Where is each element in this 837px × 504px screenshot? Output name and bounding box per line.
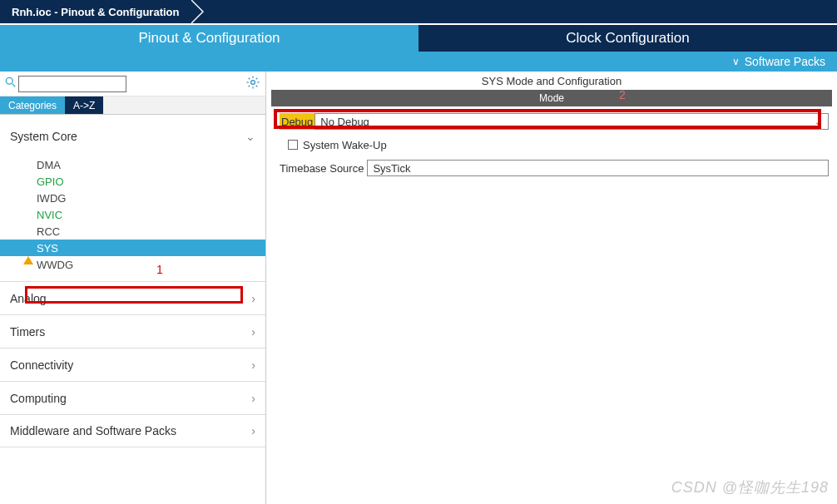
breadcrumb-item[interactable]: Rnh.ioc - Pinout & Configuration: [0, 0, 191, 23]
warning-icon: [23, 244, 33, 252]
svg-point-0: [6, 77, 12, 84]
search-icon[interactable]: [5, 77, 17, 91]
timebase-select[interactable]: SysTick: [367, 160, 829, 176]
tab-clock-label: Clock Configuration: [566, 30, 689, 47]
group-middleware[interactable]: Middleware and Software Packs ›: [0, 414, 265, 447]
search-row: [0, 72, 265, 96]
timebase-label: Timebase Source: [280, 162, 364, 175]
tree-item-rcc[interactable]: RCC: [0, 223, 265, 240]
svg-point-2: [251, 80, 255, 84]
group-analog[interactable]: Analog ›: [0, 281, 265, 314]
wakeup-label: System Wake-Up: [303, 139, 387, 151]
timebase-row: Timebase Source SysTick: [280, 158, 829, 178]
tree-item-gpio[interactable]: GPIO: [0, 173, 265, 190]
tab-a-to-z[interactable]: A->Z: [65, 96, 103, 114]
chevron-right-icon: ›: [251, 358, 255, 372]
group-middleware-label: Middleware and Software Packs: [10, 424, 176, 437]
annotation-marker-1: 1: [156, 263, 163, 276]
annotation-marker-2: 2: [619, 88, 626, 101]
breadcrumb-bar: Rnh.ioc - Pinout & Configuration: [0, 0, 837, 23]
debug-row: Debug No Debug ⌄: [280, 111, 829, 131]
svg-line-10: [256, 77, 258, 79]
group-timers-label: Timers: [10, 325, 45, 338]
breadcrumb-label: Rnh.ioc - Pinout & Configuration: [12, 6, 179, 18]
tab-categories[interactable]: Categories: [0, 96, 65, 114]
svg-line-9: [249, 85, 250, 86]
wakeup-row: System Wake-Up: [280, 135, 829, 155]
group-timers[interactable]: Timers ›: [0, 314, 265, 348]
svg-line-8: [256, 85, 258, 86]
tab-az-label: A->Z: [73, 100, 95, 111]
chevron-down-icon: ⌄: [815, 117, 821, 126]
svg-line-7: [249, 77, 250, 79]
tab-clock-config[interactable]: Clock Configuration: [418, 25, 837, 52]
right-pane: SYS Mode and Configuration Mode Debug No…: [266, 72, 837, 504]
main-split: Categories A->Z System Core ⌄ DMA GPIO I…: [0, 72, 837, 504]
left-pane: Categories A->Z System Core ⌄ DMA GPIO I…: [0, 72, 266, 504]
tree-item-iwdg[interactable]: IWDG: [0, 190, 265, 206]
tree-item-nvic[interactable]: NVIC: [0, 206, 265, 223]
svg-line-1: [12, 84, 16, 87]
chevron-right-icon: ›: [251, 392, 255, 405]
chevron-right-icon: ›: [251, 424, 255, 437]
tree-item-label: GPIO: [37, 175, 64, 188]
top-tabs: Pinout & Configuration Clock Configurati…: [0, 23, 837, 52]
tab-pinout-label: Pinout & Configuration: [138, 30, 280, 47]
software-packs-row[interactable]: ∨ Software Packs: [0, 52, 837, 72]
tree-item-label: DMA: [37, 159, 61, 171]
wakeup-checkbox[interactable]: [288, 140, 298, 150]
chevron-right-icon: ›: [251, 292, 255, 305]
config-panel-title: SYS Mode and Configuration: [266, 72, 837, 90]
debug-select-value: No Debug: [320, 116, 369, 128]
group-system-core[interactable]: System Core ⌄: [0, 120, 265, 153]
group-system-core-label: System Core: [10, 130, 77, 143]
system-core-items: DMA GPIO IWDG NVIC RCC SYS WWDG: [0, 153, 265, 281]
tab-pinout-config[interactable]: Pinout & Configuration: [0, 25, 418, 52]
group-connectivity[interactable]: Connectivity ›: [0, 348, 265, 381]
mode-form: Debug No Debug ⌄ System Wake-Up Timebase…: [280, 111, 829, 178]
tree-item-sys[interactable]: SYS: [0, 240, 265, 256]
config-panel-title-label: SYS Mode and Configuration: [482, 75, 622, 87]
tree-item-label: NVIC: [37, 209, 62, 221]
debug-label: Debug: [280, 113, 314, 130]
group-analog-label: Analog: [10, 292, 47, 305]
software-packs-label: Software Packs: [745, 55, 825, 68]
chevron-right-icon: ›: [251, 325, 255, 338]
mode-section-label: Mode: [539, 92, 564, 104]
group-computing[interactable]: Computing ›: [0, 381, 265, 414]
tree-item-label: WWDG: [37, 259, 73, 271]
chevron-down-icon: ∨: [732, 56, 740, 67]
group-computing-label: Computing: [10, 392, 67, 405]
timebase-select-value: SysTick: [373, 162, 410, 175]
debug-select[interactable]: No Debug ⌄: [314, 113, 829, 130]
group-connectivity-label: Connectivity: [10, 358, 73, 372]
tree-item-wwdg[interactable]: WWDG: [0, 256, 265, 273]
tab-categories-label: Categories: [8, 100, 57, 111]
tree-item-label: IWDG: [37, 192, 66, 205]
category-mode-tabs: Categories A->Z: [0, 96, 265, 115]
gear-icon[interactable]: [245, 75, 260, 93]
chevron-down-icon: ⌄: [245, 130, 255, 143]
search-input[interactable]: [18, 76, 126, 92]
mode-section-header: Mode: [271, 90, 832, 106]
tree-item-dma[interactable]: DMA: [0, 156, 265, 173]
tree-item-label: RCC: [37, 225, 60, 238]
tree-item-label: SYS: [37, 242, 58, 254]
